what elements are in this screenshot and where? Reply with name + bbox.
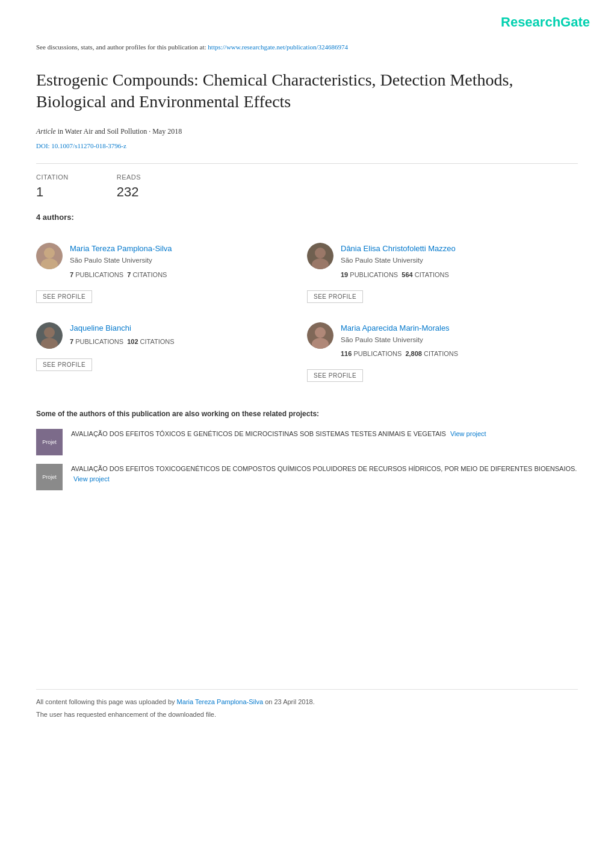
author-stats-3: 7 PUBLICATIONS 102 CITATIONS [70, 338, 175, 345]
svg-point-7 [44, 327, 55, 338]
paper-title: Estrogenic Compounds: Chemical Character… [36, 69, 578, 113]
publication-url[interactable]: https://www.researchgate.net/publication… [208, 43, 348, 51]
footer-area: All content following this page was uplo… [36, 499, 578, 719]
project-view-link-1[interactable]: View project [450, 430, 486, 437]
page: ResearchGate See discussions, stats, and… [0, 0, 614, 868]
author-top-4: Maria Aparecida Marin-Morales São Paulo … [307, 322, 578, 360]
doi-line: DOI: 10.1007/s11270-018-3796-z [36, 141, 578, 151]
project-thumb-text-2: Projet [42, 474, 57, 481]
svg-point-10 [315, 327, 326, 338]
footer-uploader-name[interactable]: Maria Tereza Pamplona-Silva [177, 698, 263, 705]
project-text-1: AVALIAÇÃO DOS EFEITOS TÓXICOS E GENÉTICO… [71, 429, 578, 439]
footer-upload-text: All content following this page was uplo… [36, 698, 175, 705]
svg-point-4 [315, 248, 326, 258]
authors-grid: Maria Tereza Pamplona-Silva São Paulo St… [36, 233, 578, 392]
author-card-2: Dânia Elisa Christofoletti Mazzeo São Pa… [307, 233, 578, 313]
author-avatar-3 [36, 322, 63, 349]
doi-prefix: DOI: [36, 142, 51, 149]
author-card-3: Jaqueline Bianchi 7 PUBLICATIONS 102 CIT… [36, 313, 307, 392]
author-name-2[interactable]: Dânia Elisa Christofoletti Mazzeo [341, 243, 456, 255]
related-projects-label: Some of the authors of this publication … [36, 408, 578, 419]
authors-section-label: 4 authors: [36, 211, 578, 223]
author-affiliation-4: São Paulo State University [341, 335, 458, 345]
see-discussions-bar: See discussions, stats, and author profi… [36, 42, 578, 52]
citation-value: 1 [36, 182, 69, 202]
reads-label: READS [117, 172, 141, 183]
author-card-1: Maria Tereza Pamplona-Silva São Paulo St… [36, 233, 307, 313]
stats-divider [36, 163, 578, 164]
author-stats-2: 19 PUBLICATIONS 564 CITATIONS [341, 271, 449, 278]
author-info-4: Maria Aparecida Marin-Morales São Paulo … [341, 322, 458, 360]
author-avatar-4 [307, 322, 333, 349]
author-stats-4: 116 PUBLICATIONS 2,808 CITATIONS [341, 350, 458, 357]
author-avatar-2 [307, 243, 333, 269]
author-top-1: Maria Tereza Pamplona-Silva São Paulo St… [36, 243, 307, 281]
project-description-1: AVALIAÇÃO DOS EFEITOS TÓXICOS E GENÉTICO… [71, 430, 446, 437]
footer-upload-line: All content following this page was uplo… [36, 697, 578, 707]
article-type-label: Article in Water Air and Soil Pollution … [36, 127, 182, 136]
footer-upload-date: on 23 April 2018. [265, 698, 315, 705]
author-top-3: Jaqueline Bianchi 7 PUBLICATIONS 102 CIT… [36, 322, 307, 349]
project-thumb-text-1: Projet [42, 439, 57, 446]
see-profile-button-2[interactable]: SEE PROFILE [307, 290, 363, 303]
project-description-2: AVALIAÇÃO DOS EFEITOS TOXICOGENÉTICOS DE… [71, 465, 577, 472]
project-thumbnail-1: Projet [36, 429, 63, 455]
reads-stat: READS 232 [117, 172, 141, 202]
see-discussions-text: See discussions, stats, and author profi… [36, 43, 206, 51]
project-row-2: Projet AVALIAÇÃO DOS EFEITOS TOXICOGENÉT… [36, 464, 578, 490]
footer-divider [36, 689, 578, 690]
author-info-2: Dânia Elisa Christofoletti Mazzeo São Pa… [341, 243, 456, 281]
project-row-1: Projet AVALIAÇÃO DOS EFEITOS TÓXICOS E G… [36, 429, 578, 455]
see-profile-button-3[interactable]: SEE PROFILE [36, 358, 92, 371]
reads-value: 232 [117, 182, 141, 202]
author-name-1[interactable]: Maria Tereza Pamplona-Silva [70, 243, 172, 255]
author-affiliation-1: São Paulo State University [70, 255, 172, 266]
author-card-4: Maria Aparecida Marin-Morales São Paulo … [307, 313, 578, 392]
author-name-3[interactable]: Jaqueline Bianchi [70, 322, 175, 334]
author-top-2: Dânia Elisa Christofoletti Mazzeo São Pa… [307, 243, 578, 281]
see-profile-button-4[interactable]: SEE PROFILE [307, 369, 363, 382]
project-thumbnail-2: Projet [36, 464, 63, 490]
stats-row: CITATION 1 READS 232 [36, 172, 578, 202]
author-info-3: Jaqueline Bianchi 7 PUBLICATIONS 102 CIT… [70, 322, 175, 348]
publish-date: May 2018 [152, 127, 182, 136]
author-affiliation-2: São Paulo State University [341, 255, 456, 266]
doi-value: 10.1007/s11270-018-3796-z [51, 142, 126, 149]
author-name-4[interactable]: Maria Aparecida Marin-Morales [341, 322, 458, 334]
author-stats-1: 7 PUBLICATIONS 7 CITATIONS [70, 271, 167, 278]
researchgate-logo[interactable]: ResearchGate [501, 12, 590, 32]
article-meta: Article in Water Air and Soil Pollution … [36, 125, 578, 137]
author-info-1: Maria Tereza Pamplona-Silva São Paulo St… [70, 243, 172, 281]
see-profile-button-1[interactable]: SEE PROFILE [36, 290, 92, 303]
footer-enhancement-line: The user has requested enhancement of th… [36, 710, 578, 720]
citation-stat: CITATION 1 [36, 172, 69, 202]
author-avatar-1 [36, 243, 63, 269]
journal-name: Water Air and Soil Pollution [65, 127, 147, 136]
citation-label: CITATION [36, 172, 69, 183]
project-text-2: AVALIAÇÃO DOS EFEITOS TOXICOGENÉTICOS DE… [71, 464, 578, 484]
project-view-link-2[interactable]: View project [73, 475, 110, 482]
svg-point-1 [44, 248, 55, 258]
